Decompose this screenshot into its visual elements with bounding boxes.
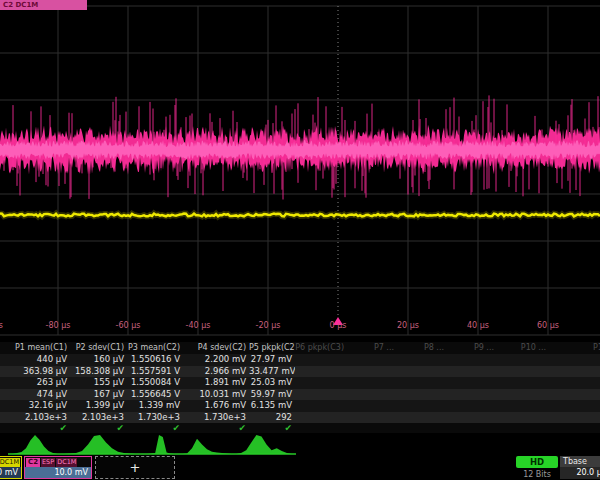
stat-max-p7 [347, 389, 397, 401]
stat-value-p9 [447, 354, 497, 366]
stat-mean-p4: 2.966 mV [183, 366, 249, 378]
stat-max-p5: 59.97 mV [249, 389, 295, 401]
status-check-p4: ✔ [183, 423, 249, 433]
c2-channel-label: C2 [26, 458, 40, 467]
graticule [0, 0, 600, 338]
status-check-p6 [295, 423, 347, 433]
stat-num-p2: 2.103e+3 [70, 412, 127, 424]
parameter-header-8[interactable]: P8 ... [397, 342, 447, 354]
stat-num-p6 [295, 412, 347, 424]
parameter-header-2[interactable]: P2 sdev(C1) [70, 342, 127, 354]
stat-sdev-p2: 1.399 µV [70, 400, 127, 412]
status-check-p8 [397, 423, 447, 433]
stat-sdev-p4: 1.676 mV [183, 400, 249, 412]
parameter-header-5[interactable]: P5 pkpk(C2) [249, 342, 295, 354]
trace-label-badge[interactable]: C2 DC1M [0, 0, 87, 10]
table-row: 2.103e+32.103e+31.730e+31.730e+3292 [0, 412, 600, 424]
histicon-p1 [8, 435, 62, 454]
stat-mean-p3: 1.557591 V [127, 366, 183, 378]
stat-value-p8 [397, 354, 447, 366]
table-row: 363.98 µV158.308 µV1.557591 V2.966 mV33.… [0, 366, 600, 378]
oscilloscope-screen: C2 DC1M -100 µs-80 µs-60 µs-40 µs-20 µs0… [0, 0, 600, 480]
stat-num-p4: 1.730e+3 [183, 412, 249, 424]
stat-max-p9 [447, 389, 497, 401]
stat-num-p9 [447, 412, 497, 424]
c1-volts-per-div: 10.0 mV [0, 467, 21, 478]
histicon-p4 [182, 439, 232, 454]
stat-max-p8 [397, 389, 447, 401]
status-check-p9 [447, 423, 497, 433]
histicon-p3 [140, 435, 178, 454]
stat-sdev-p8 [397, 400, 447, 412]
stat-sdev-p9 [447, 400, 497, 412]
parameter-header-10[interactable]: P10 ... [497, 342, 549, 354]
stat-num-p5: 292 [249, 412, 295, 424]
stat-min-p7 [347, 377, 397, 389]
histicon-p5 [236, 435, 292, 454]
channel-c2-descriptor[interactable]: C2 ESP DC1M 10.0 mV [24, 456, 92, 479]
stat-value-p1: 440 µV [0, 354, 70, 366]
channel-c1-descriptor[interactable]: DC1M 10.0 mV [0, 456, 22, 479]
stat-min-p2: 155 µV [70, 377, 127, 389]
parameter-header-11[interactable]: P11 ... [549, 342, 600, 354]
timebase-descriptor[interactable]: Tbase 20.0 µs [560, 456, 600, 480]
table-row: 263 µV155 µV1.550084 V1.891 mV25.03 mV [0, 377, 600, 389]
bit-depth-label: 12 Bits [516, 470, 558, 479]
parameter-header-7[interactable]: P7 ... [347, 342, 397, 354]
stat-sdev-p11 [549, 400, 600, 412]
time-axis-label: 20 µs [397, 321, 419, 330]
time-axis-label: -80 µs [46, 321, 71, 330]
stat-value-p3: 1.550616 V [127, 354, 183, 366]
stat-max-p10 [497, 389, 549, 401]
stat-mean-p6 [295, 366, 347, 378]
timebase-value: 20.0 µs [560, 467, 600, 479]
stat-value-p5: 27.97 mV [249, 354, 295, 366]
c2-esp-tag: ESP [41, 458, 55, 467]
stat-max-p11 [549, 389, 600, 401]
table-row: 474 µV167 µV1.556645 V10.031 mV59.97 mV [0, 389, 600, 401]
measurement-table: P1 mean(C1)P2 sdev(C1)P3 mean(C2)P4 sdev… [0, 342, 600, 433]
stat-mean-p11 [549, 366, 600, 378]
stat-value-p10 [497, 354, 549, 366]
stat-mean-p8 [397, 366, 447, 378]
stat-sdev-p3: 1.339 mV [127, 400, 183, 412]
stat-max-p2: 167 µV [70, 389, 127, 401]
stat-mean-p5: 33.477 mV [249, 366, 295, 378]
stat-max-p3: 1.556645 V [127, 389, 183, 401]
c2-volts-per-div: 10.0 mV [25, 467, 91, 478]
stat-sdev-p6 [295, 400, 347, 412]
stat-value-p7 [347, 354, 397, 366]
timebase-title: Tbase [560, 456, 600, 467]
add-trace-button[interactable]: + [95, 456, 175, 479]
stat-min-p4: 1.891 mV [183, 377, 249, 389]
stat-mean-p1: 363.98 µV [0, 366, 70, 378]
stat-value-p6 [295, 354, 347, 366]
stat-min-p3: 1.550084 V [127, 377, 183, 389]
histicon-p2 [64, 435, 136, 454]
parameter-header-6[interactable]: P6 pkpk(C3) [295, 342, 347, 354]
parameter-header-4[interactable]: P4 sdev(C2) [183, 342, 249, 354]
stat-sdev-p5: 6.135 mV [249, 400, 295, 412]
stat-min-p8 [397, 377, 447, 389]
table-row: 32.16 µV1.399 µV1.339 mV1.676 mV6.135 mV [0, 400, 600, 412]
stat-max-p6 [295, 389, 347, 401]
stat-num-p3: 1.730e+3 [127, 412, 183, 424]
parameter-histicons [0, 433, 600, 457]
stat-sdev-p1: 32.16 µV [0, 400, 70, 412]
c1-coupling-tag: DC1M [0, 458, 20, 467]
time-axis-label: 60 µs [537, 321, 559, 330]
stat-min-p5: 25.03 mV [249, 377, 295, 389]
parameter-header-1[interactable]: P1 mean(C1) [0, 342, 70, 354]
time-axis-label: -40 µs [186, 321, 211, 330]
parameter-header-9[interactable]: P9 ... [447, 342, 497, 354]
stat-mean-p7 [347, 366, 397, 378]
time-axis-label: -100 µs [0, 321, 3, 330]
stat-value-p4: 2.200 mV [183, 354, 249, 366]
stat-num-p11 [549, 412, 600, 424]
stat-value-p2: 160 µV [70, 354, 127, 366]
time-axis-label: 40 µs [467, 321, 489, 330]
stat-num-p1: 2.103e+3 [0, 412, 70, 424]
hd-mode-badge[interactable]: HD [516, 456, 558, 468]
stat-num-p7 [347, 412, 397, 424]
parameter-header-3[interactable]: P3 mean(C2) [127, 342, 183, 354]
